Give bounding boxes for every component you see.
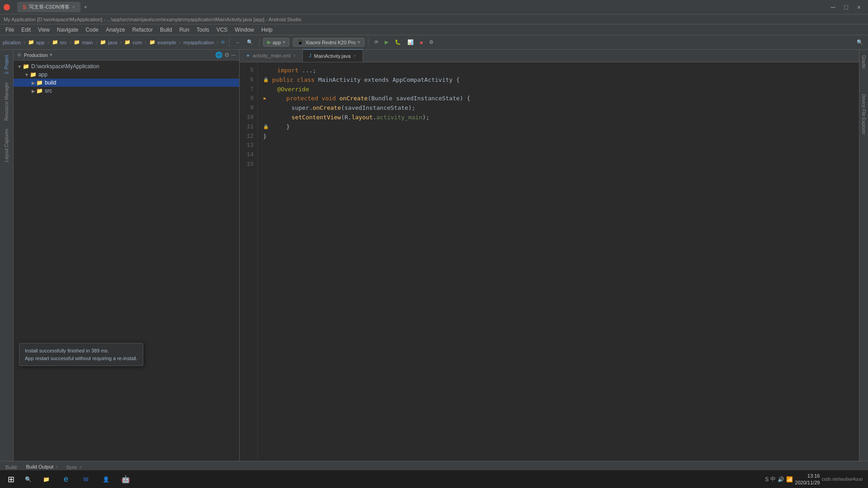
project-icon-minimize[interactable]: ─	[231, 52, 236, 58]
project-header: ⚙ Production ▾ 🌐 ⚙ ─	[14, 50, 239, 61]
close-tab-java[interactable]: ×	[354, 53, 356, 58]
menu-view[interactable]: View	[34, 24, 53, 35]
breadcrumb-plication[interactable]: plication	[3, 40, 21, 45]
run-config-selector[interactable]: ▶ app ▾	[263, 38, 289, 47]
taskbar-right: S 中 🔊 📶 13:16 2020/11/29 csdn.net/wulixe…	[765, 473, 866, 486]
tab-activity-main-xml[interactable]: ✦ activity_main.xml ×	[240, 49, 303, 62]
menu-help[interactable]: Help	[258, 24, 276, 35]
debug-btn[interactable]: 🐛	[392, 38, 403, 46]
menu-navigate[interactable]: Navigate	[53, 24, 82, 35]
run-btn[interactable]: ▶	[382, 38, 391, 46]
editor-tabs: ✦ activity_main.xml × J MainActivity.jav…	[240, 50, 859, 62]
tree-src[interactable]: ▶ 📁 src	[14, 87, 239, 95]
main-area: 1: Project Resource Manager Layout Captu…	[0, 50, 868, 461]
close-build-output[interactable]: ×	[55, 464, 58, 469]
app-title-bar: My Application [D:\workspace\MyApplicati…	[0, 14, 868, 24]
project-panel: ⚙ Production ▾ 🌐 ⚙ ─ ▼ 📁 D:\workspace\My…	[14, 50, 240, 461]
project-icons: 🌐 ⚙ ─	[215, 52, 236, 58]
profile-btn[interactable]: 📊	[405, 38, 416, 46]
install-tooltip: Install successfully finished in 389 ms.…	[19, 343, 143, 366]
breadcrumb-main[interactable]: main	[82, 40, 93, 45]
network-icon[interactable]: 📶	[786, 476, 793, 483]
menu-bar: File Edit View Navigate Code Analyze Ref…	[0, 24, 868, 35]
menu-analyze[interactable]: Analyze	[102, 24, 129, 35]
right-strip: Gradle Device File Explorer	[859, 50, 868, 461]
breadcrumb-app[interactable]: app	[36, 40, 44, 45]
close-tab-xml[interactable]: ×	[293, 53, 296, 58]
minimize-btn[interactable]: ─	[827, 2, 839, 13]
code-content[interactable]: import ...; 🔒 public class MainActivity …	[258, 62, 859, 461]
menu-tools[interactable]: Tools	[193, 24, 213, 35]
breadcrumb-src[interactable]: src	[60, 40, 67, 45]
project-icon-settings[interactable]: ⚙	[224, 52, 230, 58]
project-icon-globe[interactable]: 🌐	[215, 52, 222, 58]
editor-area: ✦ activity_main.xml × J MainActivity.jav…	[240, 50, 859, 461]
device-selector[interactable]: 📱 Xiaomi Redmi K20 Pro ▾	[293, 38, 364, 47]
sidebar-layout-label[interactable]: Layout Captures	[2, 125, 11, 165]
taskbar-clock: 13:16 2020/11/29	[795, 473, 820, 486]
breadcrumb-com[interactable]: com	[132, 40, 142, 45]
menu-window[interactable]: Window	[231, 24, 258, 35]
taskbar-profile[interactable]: 👤	[96, 470, 116, 488]
left-panel-strip: 1: Project Resource Manager Layout Captu…	[0, 50, 14, 461]
tooltip-line-2: App restart successful without requiring…	[25, 355, 137, 362]
tooltip-line-1: Install successfully finished in 389 ms.	[25, 347, 137, 355]
menu-code[interactable]: Code	[82, 24, 102, 35]
settings-btn[interactable]: ⚙	[427, 38, 436, 46]
breadcrumb-myapplication[interactable]: myapplication	[184, 40, 214, 45]
back-btn[interactable]: ←	[233, 39, 243, 46]
maximize-btn[interactable]: □	[840, 2, 851, 13]
menu-run[interactable]: Run	[176, 24, 193, 35]
sync-btn[interactable]: ⟳	[372, 38, 381, 46]
sidebar-project-label[interactable]: 1: Project	[2, 52, 11, 78]
tree-root[interactable]: ▼ 📁 D:\workspace\MyApplication	[14, 62, 239, 70]
csdn-label: csdn.net/wulixe4uuo	[821, 477, 863, 482]
menu-file[interactable]: File	[2, 24, 18, 35]
new-tab-btn[interactable]: +	[80, 4, 91, 10]
tree-app[interactable]: ▼ 📁 app	[14, 70, 239, 79]
menu-build[interactable]: Build	[156, 24, 176, 35]
volume-icon[interactable]: 🔊	[778, 476, 784, 483]
project-title-btn[interactable]: Production ▾	[24, 52, 52, 58]
taskbar-edge[interactable]: e	[56, 470, 76, 488]
taskbar-word[interactable]: W	[76, 470, 96, 488]
taskbar-search[interactable]: 🔍	[20, 471, 36, 488]
title-bar: S 写文章-CSDN博客 × + ─ □ ×	[0, 0, 868, 14]
gradle-label[interactable]: Gradle	[860, 52, 867, 72]
tree-build[interactable]: ▶ 📁 build	[14, 79, 239, 87]
stop-btn[interactable]: ■	[418, 39, 425, 46]
browser-tab[interactable]: S 写文章-CSDN博客 ×	[17, 2, 80, 12]
toolbar-search-right[interactable]: 🔍	[854, 38, 865, 46]
taskbar-android[interactable]: 🤖	[116, 470, 136, 488]
app-title: My Application [D:\workspace\MyApplicati…	[4, 17, 301, 22]
sidebar-resource-label[interactable]: Resource Manager	[2, 79, 11, 124]
menu-vcs[interactable]: VCS	[213, 24, 231, 35]
project-tree: ▼ 📁 D:\workspace\MyApplication ▼ 📁 app ▶…	[14, 61, 239, 461]
lang-indicator: 中	[770, 475, 776, 483]
close-window-btn[interactable]: ×	[854, 2, 864, 13]
menu-edit[interactable]: Edit	[18, 24, 34, 35]
sougou-icon: S	[765, 476, 769, 483]
toolbar-separator-1	[229, 38, 230, 47]
system-tray: S 中 🔊 📶	[765, 475, 793, 483]
toolbar-search[interactable]: 🔍	[245, 38, 255, 46]
tab-mainactivity-java[interactable]: J MainActivity.java ×	[303, 49, 363, 62]
toolbar: plication › 📁 app › 📁 src › 📁 main › 📁 j…	[0, 35, 868, 50]
toolbar-separator-2	[259, 38, 259, 47]
breadcrumb-java[interactable]: java	[108, 40, 117, 45]
close-tab-btn[interactable]: ×	[72, 5, 75, 9]
window-controls: ─ □ ×	[827, 2, 864, 13]
menu-refactor[interactable]: Refactor	[129, 24, 156, 35]
device-explorer-label[interactable]: Device File Explorer	[860, 90, 867, 138]
close-sync[interactable]: ×	[79, 465, 82, 470]
toolbar-separator-3	[368, 38, 368, 47]
taskbar-start[interactable]: ⊞	[2, 470, 20, 488]
code-editor[interactable]: 5 6 7 8 9 10 11 12 13 14 15 import ...; …	[240, 62, 859, 461]
line-numbers: 5 6 7 8 9 10 11 12 13 14 15	[240, 62, 258, 461]
taskbar: ⊞ 🔍 📁 e W 👤 🤖 S 中 🔊 📶 13:16 2020/11/29 c…	[0, 470, 868, 488]
taskbar-file-explorer[interactable]: 📁	[36, 470, 56, 488]
breadcrumb-example[interactable]: example	[157, 40, 176, 45]
